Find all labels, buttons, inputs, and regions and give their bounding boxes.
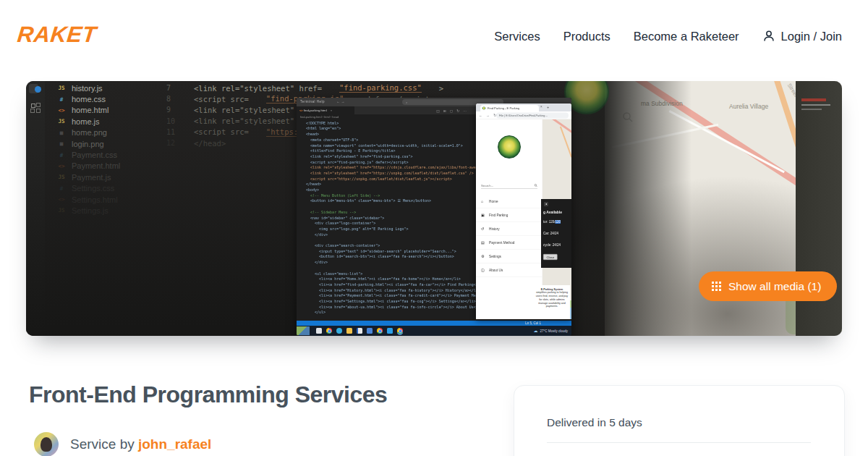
grid-icon — [712, 282, 721, 291]
parking-availability-panel: ◂ g Available tor: 120/120 Car: 24/24 cy… — [541, 199, 571, 268]
map-road — [542, 119, 571, 138]
map-label: ma Subdivision — [641, 100, 683, 107]
line-number: 7 — [166, 84, 176, 92]
file-type-icon: # — [56, 96, 67, 103]
browser-nav-icons: ← → ↻ — [479, 113, 498, 117]
nav-item-become-raketeer[interactable]: Become a Raketeer — [634, 30, 739, 43]
panel-close-button: Close — [543, 254, 558, 260]
file-type-icon: JS — [56, 118, 67, 124]
history-arrows-icon: ← → — [336, 100, 344, 104]
file-name: home.html — [72, 106, 109, 114]
line-number: 12 — [166, 139, 176, 147]
browser-tab: Find Parking - E Parking — [480, 105, 539, 111]
file-row: JS history.js — [56, 83, 172, 93]
file-name: Payment.css — [72, 151, 117, 159]
menu-item-icon: ⚙ — [481, 255, 485, 259]
order-summary-card: Delivered in 5 days — [514, 385, 845, 456]
chrome-icon-2 — [377, 328, 383, 334]
app-sidebar: ⌂ Home ▣ Find Parking ↺ History ▤ Paymen… — [476, 119, 542, 319]
login-join-button[interactable]: Login / Join — [762, 30, 842, 43]
menu-item-icon: ▣ — [481, 214, 485, 218]
file-type-icon: <> — [56, 107, 67, 114]
panel-row-bicycle: cycle: 24/24 — [543, 243, 561, 247]
code-link-text: "find-parking.css" — [339, 83, 422, 93]
service-by-text: Service by john_rafael — [70, 436, 211, 452]
notification-dot-icon — [35, 86, 41, 93]
file-name: history.js — [72, 84, 103, 93]
app-menu-item: ⓘ About Us — [476, 263, 542, 277]
service-by-row: Service by john_rafael — [34, 432, 211, 456]
editor-action-icon: ⊞ — [443, 109, 446, 113]
tab-label: find-parking.html — [304, 109, 327, 112]
file-name: login.png — [72, 140, 104, 148]
nav-item-services[interactable]: Services — [494, 30, 540, 43]
file-row: ▦ home.png — [56, 127, 172, 138]
back-icon: ◂ — [544, 202, 548, 206]
editor-action-icon: ↻ — [456, 109, 459, 113]
app-footer-body: simplifies parking to helping users find… — [536, 291, 568, 308]
file-type-icon: # — [56, 185, 67, 192]
card-divider — [547, 442, 811, 443]
cursor-position: Ln 5, Col 1 — [525, 321, 541, 325]
vscode-activity-bar — [26, 81, 45, 336]
editor-action-icon: ◫ — [436, 109, 439, 113]
show-all-media-label: Show all media (1) — [728, 280, 821, 293]
html-file-icon: <> — [299, 109, 303, 113]
file-name: Settings.html — [72, 195, 118, 204]
seller-avatar[interactable] — [34, 432, 59, 456]
file-type-icon: ▦ — [56, 140, 67, 147]
map-label: Aurelia Village — [729, 103, 768, 110]
file-name: home.js — [72, 117, 100, 126]
file-type-icon: JS — [56, 207, 67, 214]
file-type-icon: <> — [56, 196, 67, 203]
menu-item-icon: ⓘ — [481, 268, 485, 273]
file-type-icon: ▦ — [56, 130, 67, 136]
file-name: home.css — [72, 95, 106, 104]
browser-tabstrip: Find Parking - E Parking × + — [476, 104, 571, 111]
app-menu: ⌂ Home ▣ Find Parking ↺ History ▤ Paymen… — [476, 195, 542, 277]
folder-icon — [367, 328, 373, 334]
menu-item-label: About Us — [489, 269, 503, 273]
browser-addressbar: ← → ↻ File | E:/Users/OneDrive/Find-Park… — [476, 111, 571, 119]
app-menu-item: ▤ Payment Method — [476, 236, 542, 250]
map-text-fragment — [801, 109, 822, 110]
chrome-icon-3 — [397, 328, 403, 334]
search-icon — [535, 184, 538, 187]
menu-item-label: Settings — [489, 255, 501, 259]
file-explorer: JS history.js # home.css <> home.html JS… — [56, 83, 172, 216]
file-name: Payment.html — [72, 161, 120, 170]
file-type-icon: <> — [56, 163, 67, 169]
app-search-input — [481, 184, 528, 187]
menu-item-label: Find Parking — [489, 214, 508, 218]
eparking-logo — [498, 135, 521, 159]
task-view-icon — [316, 328, 322, 334]
app-search-field — [481, 182, 537, 189]
menu-item-label: Payment Method — [489, 241, 514, 245]
weather-label: 27°C Mostly cloudy — [540, 329, 568, 333]
extensions-icon — [30, 103, 42, 114]
page-title: Front-End Programming Services — [29, 381, 387, 408]
panel-title: g Available — [543, 210, 562, 214]
file-row: JS Payment.js — [56, 172, 172, 182]
line-number: 11 — [166, 128, 176, 136]
file-type-icon: JS — [56, 174, 67, 180]
taskbar-icons — [297, 326, 407, 335]
weather-thumbnail-icon — [297, 326, 310, 335]
file-row: # Settings.css — [56, 183, 172, 194]
windows-taskbar: ☁ 27°C Mostly cloudy — [297, 326, 571, 336]
line-number: 8 — [166, 95, 176, 103]
seller-link[interactable]: john_rafael — [138, 436, 211, 452]
raket-logo[interactable]: RAKET — [16, 22, 98, 48]
main-nav: Services Products Become a Raketeer Logi… — [494, 0, 842, 72]
editor-action-icons: ◫⊞▢↻⋯ — [436, 106, 467, 114]
file-type-icon: # — [56, 152, 67, 159]
tab-close-icon: × — [331, 109, 333, 112]
map-road — [669, 110, 785, 173]
file-name: home.png — [72, 128, 107, 137]
file-row: <> Payment.html — [56, 161, 172, 172]
nav-item-products[interactable]: Products — [563, 30, 610, 43]
cloud-icon: ☁ — [533, 329, 537, 334]
show-all-media-button[interactable]: Show all media (1) — [699, 271, 837, 301]
service-media-gallery[interactable]: JS history.js # home.css <> home.html JS… — [26, 81, 842, 336]
motor-count-selected: 120 — [556, 220, 561, 224]
